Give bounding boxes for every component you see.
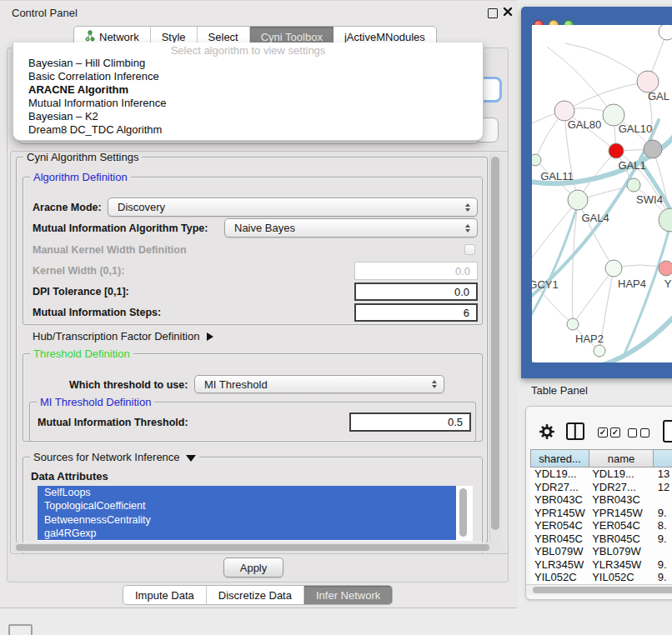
table-horizontal-scrollbar-thumb[interactable] — [533, 587, 672, 593]
algorithm-dropdown-popup: Select algorithm to view settings Bayesi… — [13, 42, 484, 141]
tab-infer-network[interactable]: Infer Network — [304, 586, 392, 604]
network-node-label: Y — [664, 278, 672, 290]
network-node[interactable] — [659, 25, 672, 40]
column-header-shared-name[interactable]: shared... — [530, 449, 589, 468]
algorithm-option[interactable]: Dream8 DC_TDC Algorithm — [28, 123, 474, 137]
network-node[interactable] — [532, 154, 541, 166]
algorithm-option[interactable]: Mutual Information Inference — [28, 97, 474, 110]
close-window-icon[interactable] — [503, 7, 513, 17]
table-row[interactable]: YBR045C YBR045C 9. — [530, 532, 672, 546]
network-node[interactable] — [644, 140, 662, 158]
apply-button[interactable]: Apply — [223, 558, 283, 578]
network-node-label: GAL11 — [540, 170, 574, 182]
tab-label: Select — [208, 31, 238, 43]
attribute-list-item[interactable]: BetweennessCentrality — [38, 513, 456, 527]
settings-vertical-scrollbar-thumb[interactable] — [491, 157, 499, 530]
algorithm-option[interactable]: ARACNE Algorithm — [28, 83, 474, 97]
network-node[interactable] — [594, 345, 605, 357]
control-panel-window: Control Panel Network Style Select Cyni … — [0, 0, 517, 608]
tab-label: Cyni Toolbox — [261, 31, 323, 43]
algorithm-option[interactable]: Basic Correlation Inference — [28, 70, 474, 83]
column-header-clipped[interactable] — [654, 449, 672, 468]
aracne-mode-label: Aracne Mode: — [33, 202, 102, 213]
tab-label: Infer Network — [316, 589, 380, 602]
settings-horizontal-scrollbar-thumb[interactable] — [16, 544, 489, 551]
network-node[interactable] — [659, 261, 672, 276]
table-row[interactable]: YDR27... YDR27... 12 — [530, 481, 672, 494]
checked-box-icon[interactable]: ✓ — [610, 428, 620, 438]
table-row[interactable]: YDL19... YDL19... 13 — [530, 468, 672, 481]
cell-shared-name: YBR043C — [530, 493, 589, 506]
network-node[interactable] — [605, 260, 622, 277]
tab-impute-data[interactable]: Impute Data — [123, 586, 207, 604]
network-tab-icon — [85, 30, 95, 44]
network-node[interactable] — [659, 208, 672, 232]
combo-arrows-icon — [432, 380, 437, 388]
list-scrollbar-thumb[interactable] — [459, 488, 467, 537]
cell-name: YDR27... — [589, 481, 651, 493]
aracne-mode-combo[interactable]: Discovery — [108, 198, 478, 217]
screen: Control Panel Network Style Select Cyni … — [0, 0, 672, 635]
tab-label: jActiveMNodules — [344, 31, 425, 43]
cyni-settings-scrollpane: Cyni Algorithm Settings Algorithm Defini… — [10, 151, 509, 554]
unchecked-box-icon[interactable] — [628, 428, 637, 438]
mi-threshold-field[interactable]: 0.5 — [349, 412, 471, 432]
float-window-icon[interactable] — [488, 8, 498, 18]
attribute-list-item[interactable]: TopologicalCoefficient — [38, 499, 456, 512]
column-header-name[interactable]: name — [589, 449, 654, 468]
network-node[interactable] — [609, 143, 624, 158]
window-title: Control Panel — [12, 7, 78, 19]
table-row[interactable]: YER054C YER054C 8. — [530, 519, 672, 532]
dpi-tolerance-field[interactable]: 0.0 — [354, 282, 478, 301]
network-canvas[interactable]: GALGAL80GAL10GAL1SWI4GAL11GAL4GCY1HAP4YH… — [532, 25, 672, 362]
table-horizontal-scrollbar[interactable] — [526, 584, 672, 595]
mi-steps-field[interactable]: 6 — [354, 303, 478, 322]
mi-type-combo[interactable]: Naive Bayes — [224, 218, 478, 238]
group-title: Cyni Algorithm Settings — [23, 151, 142, 163]
cell-value: 9. — [651, 558, 672, 571]
cell-value: 9. — [651, 532, 672, 545]
table-row[interactable]: YBR043C YBR043C — [530, 493, 672, 507]
table-row[interactable]: YLR345W YLR345W 9. — [530, 558, 672, 572]
group-title: MI Threshold Definition — [37, 396, 154, 408]
cell-value: 9. — [651, 571, 672, 583]
combo-arrows-icon — [465, 224, 470, 232]
algorithm-option[interactable]: Bayesian – K2 — [28, 110, 474, 123]
data-attributes-list: SelfLoops TopologicalCoefficient Between… — [38, 486, 473, 541]
hub-factor-expander[interactable]: Hub/Transcription Factor Definition — [33, 330, 213, 342]
cell-name: YBR043C — [589, 493, 651, 506]
cell-value: 12 — [651, 481, 672, 493]
table-row[interactable]: YBL079W YBL079W — [530, 545, 672, 558]
which-threshold-combo[interactable]: MI Threshold — [194, 375, 444, 393]
attribute-list-item[interactable]: SelfLoops — [38, 486, 456, 499]
cell-shared-name: YBL079W — [530, 545, 589, 558]
table-row[interactable]: YIL052C YIL052C 9. — [530, 571, 672, 584]
unchecked-box-icon[interactable] — [640, 428, 649, 438]
combo-value: Discovery — [118, 201, 165, 213]
mi-type-label: Mutual Information Algorithm Type: — [33, 222, 208, 234]
network-node-label: HAP2 — [575, 332, 604, 345]
dpi-tolerance-label: DPI Tolerance [0,1]: — [33, 286, 129, 298]
network-node-label: GAL — [648, 90, 669, 102]
tab-discretize-data[interactable]: Discretize Data — [207, 586, 304, 604]
network-node-label: SWI4 — [636, 193, 663, 206]
attribute-list-item[interactable]: gal4RGexp — [38, 527, 456, 540]
network-node[interactable] — [568, 190, 588, 210]
network-node-label: GAL4 — [581, 212, 609, 224]
table-body: YDL19... YDL19... 13 YDR27... YDR27... 1… — [530, 468, 672, 584]
mi-steps-label: Mutual Information Steps: — [33, 307, 161, 318]
cell-shared-name: YER054C — [530, 519, 589, 532]
cell-name: YPR145W — [589, 507, 651, 519]
algorithm-option[interactable]: Bayesian – Hill Climbing — [28, 57, 474, 70]
gear-icon[interactable] — [539, 424, 554, 442]
checked-box-icon[interactable]: ✓ — [598, 428, 608, 438]
dock-icon-partial[interactable] — [8, 624, 33, 635]
document-icon[interactable] — [663, 420, 672, 442]
split-columns-icon[interactable] — [566, 422, 584, 440]
tab-label: Impute Data — [135, 589, 194, 602]
network-node[interactable] — [627, 178, 640, 192]
table-row[interactable]: YPR145W YPR145W 9. — [530, 507, 672, 520]
network-edge — [564, 82, 648, 111]
combo-value: Naive Bayes — [234, 222, 295, 234]
network-node[interactable] — [567, 318, 579, 330]
